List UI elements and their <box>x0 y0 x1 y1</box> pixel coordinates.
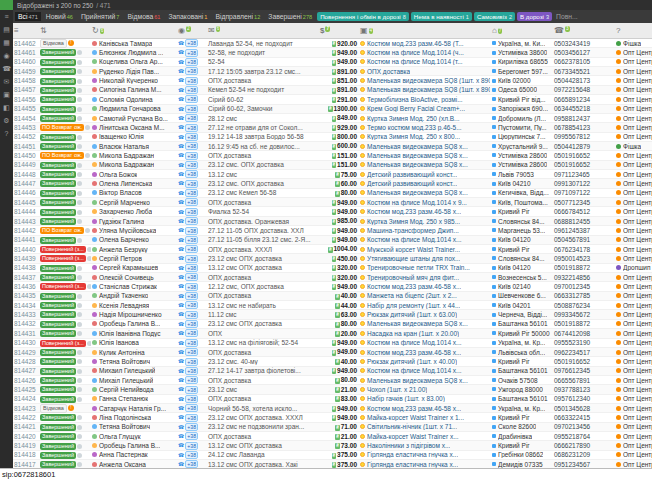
table-row[interactable]: 814427ЗавершенийМихаил Гилецький☎+3827.1… <box>13 367 652 376</box>
orders-icon[interactable]: ▦ <box>3 39 10 47</box>
help-icon[interactable]: ? <box>5 130 9 138</box>
pill-out-of-stock[interactable]: Нема в наявності1 <box>411 12 472 21</box>
country-code-badge[interactable]: +38 <box>185 329 198 337</box>
table-row[interactable]: 814437ЗавершенийОлексій Сочивець☎+38ОПХ … <box>13 273 652 282</box>
country-code-badge[interactable]: +38 <box>185 264 198 272</box>
customer-phone[interactable]: 0961245387 <box>553 227 615 234</box>
table-row[interactable]: 814445ЗавершенийСергій Марченко☎+38ОПХ д… <box>13 198 652 207</box>
country-code-badge[interactable]: +38 <box>185 208 198 216</box>
pill-in-transit[interactable]: В дорозі3 <box>517 12 552 21</box>
country-code-badge[interactable]: +38 <box>185 311 198 319</box>
customer-phone[interactable]: 0962234517 <box>553 349 615 356</box>
order-id[interactable]: 814447 <box>13 180 39 187</box>
customer-phone[interactable]: 0634455218 <box>553 105 615 112</box>
table-row[interactable]: 814420ЗавершенийОльга Глущук☎+38ОПХ дост… <box>13 432 652 441</box>
customer-phone[interactable]: 0673345521 <box>553 68 615 75</box>
customer-phone[interactable]: 0663322415 <box>553 414 615 421</box>
country-code-badge[interactable]: +38 <box>185 339 198 347</box>
order-id[interactable]: 814446 <box>13 189 39 196</box>
customer-phone[interactable]: 0666784512 <box>553 208 615 215</box>
customer-phone[interactable]: 0501916652 <box>553 161 615 168</box>
customer-phone[interactable]: 0501918872 <box>553 264 615 271</box>
country-code-badge[interactable]: +38 <box>185 49 198 57</box>
country-code-badge[interactable]: +38 <box>185 395 198 403</box>
table-row[interactable]: 814424ЗавершенийГанна Степанюк☎+38ОПХ до… <box>13 395 652 404</box>
more-statuses[interactable]: Повн... <box>556 13 578 20</box>
tab-shipped[interactable]: Відправлені12 <box>212 12 263 21</box>
order-id[interactable]: 814443 <box>13 218 39 225</box>
refresh-column-icon[interactable]: ↻6 <box>91 25 177 37</box>
payments-column-icon[interactable]: $7 <box>319 25 359 37</box>
table-row[interactable]: 814446ЗавершенийВіктор Власов☎+3823.12 с… <box>13 189 652 198</box>
country-code-badge[interactable]: +38 <box>185 320 198 328</box>
customer-phone[interactable]: 0932214856 <box>553 274 615 281</box>
order-id[interactable]: 814436 <box>13 283 39 290</box>
country-code-badge[interactable]: +38 <box>185 451 198 459</box>
table-row[interactable]: 814443ЗавершенийГудзіюк Галина☎+38ОПХ до… <box>13 217 652 226</box>
order-id[interactable]: 814454 <box>13 115 39 122</box>
country-code-badge[interactable]: +38 <box>185 67 198 75</box>
tab-new[interactable]: Новий46 <box>43 12 76 21</box>
order-id[interactable]: 814420 <box>13 433 39 440</box>
country-code-badge[interactable]: +38 <box>185 105 198 113</box>
stats-icon[interactable]: ◧ <box>3 104 10 112</box>
country-code-badge[interactable]: +38 <box>185 245 198 253</box>
country-code-badge[interactable]: +38 <box>185 39 198 47</box>
order-id[interactable]: 814423 <box>13 405 39 412</box>
customer-phone[interactable]: 0955218764 <box>553 433 615 440</box>
users-column-icon[interactable]: ◉2 <box>177 25 207 37</box>
order-id[interactable]: 814434 <box>13 302 39 309</box>
table-row[interactable]: 814432ЗавершенийОробець Галина В...☎+382… <box>13 320 652 329</box>
select-column-icon[interactable]: ≡ <box>13 25 39 37</box>
table-row[interactable]: 814442ПО Возврат ож.Уляна Мусійовська☎+3… <box>13 226 652 235</box>
table-row[interactable]: 814421ЗавершенийТетяна Войтович☎+3823.12… <box>13 423 652 432</box>
order-id[interactable]: 814431 <box>13 330 39 337</box>
messages-column-icon[interactable]: ✉6 <box>207 25 319 37</box>
table-row[interactable]: 814460ЗавершенийКоцелива Ольга Ар...☎+38… <box>13 58 652 67</box>
country-code-badge[interactable]: +38 <box>185 376 198 384</box>
table-row[interactable]: 814451ЗавершенийВласюк Наталья☎+3816.12 … <box>13 142 652 151</box>
order-id[interactable]: 814433 <box>13 311 39 318</box>
table-row[interactable]: 814436Повернений (з...Станіслав Стрижак☎… <box>13 282 652 291</box>
order-id[interactable]: 814440 <box>13 246 39 253</box>
country-code-badge[interactable]: +38 <box>185 423 198 431</box>
order-id[interactable]: 814460 <box>13 58 39 65</box>
settings-icon[interactable]: ⚙ <box>3 117 9 125</box>
tab-completed[interactable]: Завершені278 <box>265 12 315 21</box>
customer-phone[interactable]: 0976612345 <box>553 367 615 374</box>
order-id[interactable]: 814426 <box>13 377 39 384</box>
customer-phone[interactable]: 0955523190 <box>553 339 615 346</box>
country-code-badge[interactable]: +38 <box>185 283 198 291</box>
table-row[interactable]: 814444ЗавершенийЗахарченко Люба☎+38Фиалк… <box>13 207 652 216</box>
table-row[interactable]: 814434ЗавершенийКсенія Левадняя☎+3813.12… <box>13 301 652 310</box>
order-id[interactable]: 814461 <box>13 49 39 56</box>
cart-icon[interactable]: ▣ <box>3 91 10 99</box>
order-id[interactable]: 814430 <box>13 339 39 346</box>
country-code-badge[interactable]: +38 <box>185 133 198 141</box>
table-row[interactable]: 814435ЗавершенийАндрій Ткаченко☎+38ОПХ д… <box>13 292 652 301</box>
table-row[interactable]: 814422ЗавершенийЛіна Подолінська☎+3823.1… <box>13 413 652 422</box>
table-row[interactable]: 814447ЗавершенийОлена Липенська☎+3823.12… <box>13 179 652 188</box>
country-code-badge[interactable]: +38 <box>185 460 198 468</box>
order-id[interactable]: 814451 <box>13 143 39 150</box>
order-id[interactable]: 814442 <box>13 227 39 234</box>
app-logo[interactable] <box>0 0 13 10</box>
table-row[interactable]: 814433ЗавершенийНадія Мірошниченко☎+3811… <box>13 310 652 319</box>
pill-return-transit[interactable]: Повернення і обмін в дорозі8 <box>317 12 409 21</box>
country-code-badge[interactable]: +38 <box>185 95 198 103</box>
customer-phone[interactable]: 0662378105 <box>553 58 615 65</box>
customer-phone[interactable]: 0993345672 <box>553 311 615 318</box>
country-code-badge[interactable]: +38 <box>185 189 198 197</box>
country-code-badge[interactable]: +38 <box>185 227 198 235</box>
order-id[interactable]: 814417 <box>13 461 39 468</box>
tab-accepted[interactable]: Прийнятий7 <box>78 12 123 21</box>
clients-icon[interactable]: ◉ <box>3 52 9 60</box>
table-row[interactable]: 814455ЗавершенийЛюдмила Гончарова☎+38Сір… <box>13 105 652 114</box>
order-id[interactable]: 814439 <box>13 255 39 262</box>
country-code-badge[interactable]: +38 <box>185 301 198 309</box>
table-row[interactable]: 814428ЗавершенийТетяна Войтович☎+3823.12… <box>13 357 652 366</box>
customer-phone[interactable]: 0958812437 <box>553 115 615 122</box>
country-code-badge[interactable]: +38 <box>185 142 198 150</box>
country-code-badge[interactable]: +38 <box>185 386 198 394</box>
order-id[interactable]: 814452 <box>13 133 39 140</box>
